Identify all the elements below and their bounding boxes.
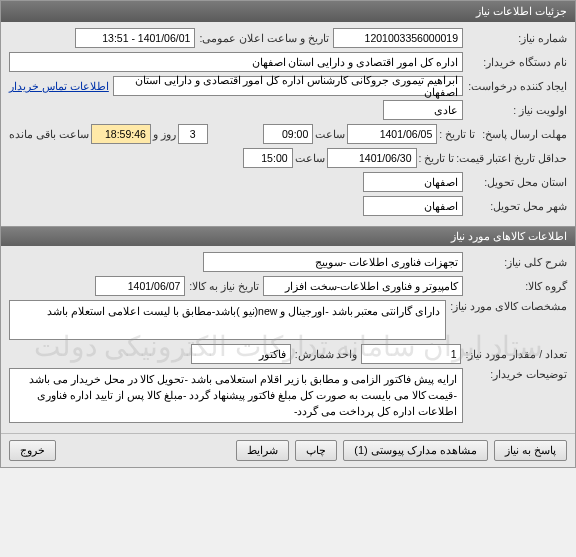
goods-spec-label: مشخصات کالای مورد نیاز: <box>450 300 567 312</box>
attachments-button[interactable]: مشاهده مدارک پیوستی (1) <box>343 440 488 461</box>
buyer-label: نام دستگاه خریدار: <box>467 56 567 68</box>
time-remain-field: 18:59:46 <box>91 124 151 144</box>
print-button[interactable]: چاپ <box>295 440 337 461</box>
unit-field: فاکتور <box>191 344 291 364</box>
qty-field: 1 <box>361 344 461 364</box>
exit-button[interactable]: خروج <box>9 440 56 461</box>
need-date-field: 1401/06/07 <box>95 276 185 296</box>
to-date-label: تا تاریخ : <box>439 128 475 140</box>
need-info-section: شماره نیاز: 1201003356000019 تاریخ و ساع… <box>1 22 575 226</box>
days-remain-field: 3 <box>178 124 208 144</box>
creator-field: ابراهیم تیموری جروکانی کارشناس اداره کل … <box>113 76 463 96</box>
priority-label: اولویت نیاز : <box>467 104 567 116</box>
price-valid-date-field: 1401/06/30 <box>327 148 417 168</box>
goods-section-header: اطلاعات کالاهای مورد نیاز <box>1 226 575 246</box>
window-title: جزئیات اطلاعات نیاز <box>476 5 567 17</box>
main-window: جزئیات اطلاعات نیاز شماره نیاز: 12010033… <box>0 0 576 468</box>
goods-section: ستاد ایران سامانه تدارکات الکترونیکی دول… <box>1 246 575 433</box>
need-no-field: 1201003356000019 <box>333 28 463 48</box>
goods-group-label: گروه کالا: <box>467 280 567 292</box>
general-desc-label: شرح کلی نیاز: <box>467 256 567 268</box>
deadline-date-field: 1401/06/05 <box>347 124 437 144</box>
creator-label: ایجاد کننده درخواست: <box>467 80 567 92</box>
time-label-1: ساعت <box>315 128 345 140</box>
qty-label: تعداد / مقدار مورد نیاز: <box>465 348 567 360</box>
priority-field: عادی <box>383 100 463 120</box>
delivery-city-field: اصفهان <box>363 196 463 216</box>
contact-link[interactable]: اطلاعات تماس خریدار <box>9 80 109 92</box>
announce-field: 1401/06/01 - 13:51 <box>75 28 195 48</box>
footer-bar: پاسخ به نیاز مشاهده مدارک پیوستی (1) چاپ… <box>1 433 575 467</box>
general-desc-field: تجهزات فناوری اطلاعات -سوییج <box>203 252 463 272</box>
delivery-state-label: استان محل تحویل: <box>467 176 567 188</box>
goods-group-field: کامپیوتر و فناوری اطلاعات-سخت افزار <box>263 276 463 296</box>
need-date-label: تاریخ نیاز به کالا: <box>189 280 259 292</box>
details-button[interactable]: شرایط <box>236 440 289 461</box>
buyer-notes-label: توضیحات خریدار: <box>467 368 567 380</box>
unit-label: واحد شمارش: <box>295 348 358 360</box>
deadline-label: مهلت ارسال پاسخ: <box>477 128 567 140</box>
deadline-time-field: 09:00 <box>263 124 313 144</box>
buyer-notes-field: ارایه پیش فاکتور الزامی و مطابق با زیر ا… <box>9 368 463 423</box>
delivery-city-label: شهر محل تحویل: <box>467 200 567 212</box>
price-valid-label: حداقل تاریخ اعتبار قیمت: <box>456 152 567 164</box>
time-label-2: ساعت <box>295 152 325 164</box>
days-and-label: روز و <box>153 128 176 140</box>
announce-label: تاریخ و ساعت اعلان عمومی: <box>199 32 329 44</box>
to-date-label-2: تا تاریخ : <box>419 152 455 164</box>
respond-button[interactable]: پاسخ به نیاز <box>494 440 567 461</box>
need-no-label: شماره نیاز: <box>467 32 567 44</box>
price-valid-time-field: 15:00 <box>243 148 293 168</box>
buyer-field: اداره کل امور اقتصادی و دارایی استان اصف… <box>9 52 463 72</box>
window-title-bar: جزئیات اطلاعات نیاز <box>1 1 575 22</box>
time-remain-suffix: ساعت باقی مانده <box>9 128 89 140</box>
delivery-state-field: اصفهان <box>363 172 463 192</box>
goods-spec-field: دارای گارانتی معتبر باشد -اورجینال و new… <box>9 300 446 340</box>
